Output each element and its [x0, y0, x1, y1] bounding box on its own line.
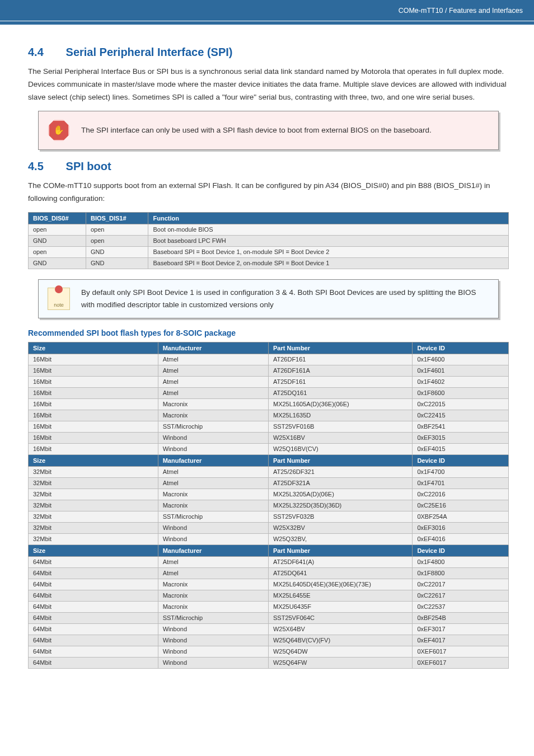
table-row: 32MbitSST/MicrochipSST25VF032B0XBF254A [29, 511, 509, 522]
flash-header: Device ID [413, 454, 509, 466]
table-row: 64MbitSST/MicrochipSST25VF064C0xBF254B [29, 612, 509, 623]
flash-subheading: Recommended SPI boot flash types for 8-S… [28, 328, 509, 337]
table-cell: 0xC22015 [413, 398, 509, 410]
table-cell: 32Mbit [29, 533, 158, 544]
table-cell: AT25DQ161 [268, 387, 412, 398]
flash-header: Size [29, 342, 158, 354]
flash-header: Part Number [268, 454, 412, 466]
table-row: 64MbitWinbondW25Q64FW0XEF6017 [29, 657, 509, 668]
table-row: 16MbitWinbondW25Q16BV(CV)0xEF4015 [29, 443, 509, 454]
cfg-header: BIOS_DIS0# [29, 212, 86, 224]
table-cell: 64Mbit [29, 612, 158, 623]
table-cell: 0x1F4700 [413, 466, 509, 477]
flash-header: Part Number [268, 342, 412, 354]
table-row: 16MbitWinbondW25X16BV0xEF3015 [29, 432, 509, 443]
table-row: 32MbitAtmelAT25/26DF3210x1F4700 [29, 466, 509, 477]
table-cell: 0xC22017 [413, 579, 509, 590]
table-row: 32MbitMacronixMX25L3205A(D)(06E)0xC22016 [29, 489, 509, 500]
section-4-5-heading: 4.5 SPI boot [28, 160, 509, 173]
section-4-4-para: The Serial Peripheral Interface Bus or S… [28, 65, 509, 104]
table-cell: SST/Microchip [158, 612, 268, 623]
table-cell: Boot on-module BIOS [148, 224, 509, 235]
flash-header: Device ID [413, 544, 509, 556]
table-cell: 0x1F4600 [413, 354, 509, 365]
table-cell: 16Mbit [29, 432, 158, 443]
flash-header: Manufacturer [158, 454, 268, 466]
header-bar: COMe-mTT10 / Features and Interfaces [0, 0, 534, 21]
warning-text: The SPI interface can only be used with … [81, 124, 432, 137]
flash-table: SizeManufacturerPart NumberDevice ID16Mb… [28, 342, 509, 669]
table-cell: Atmel [158, 556, 268, 567]
table-cell: SST/Microchip [158, 511, 268, 522]
table-cell: W25X64BV [268, 623, 412, 635]
table-cell: Winbond [158, 443, 268, 454]
table-cell: 64Mbit [29, 646, 158, 657]
table-cell: MX25U6435F [268, 601, 412, 612]
table-cell: 16Mbit [29, 398, 158, 410]
table-cell: Winbond [158, 623, 268, 635]
table-cell: AT26DF161A [268, 365, 412, 376]
table-cell: W25Q64BV(CV)(FV) [268, 635, 412, 646]
page-content: 4.4 Serial Peripheral Interface (SPI) Th… [0, 25, 534, 684]
table-row: 16MbitAtmelAT26DF161A0x1F4601 [29, 365, 509, 376]
table-cell: Atmel [158, 387, 268, 398]
section-4-5-para: The COMe-mTT10 supports boot from an ext… [28, 180, 509, 205]
table-cell: Winbond [158, 635, 268, 646]
table-cell: 0xEF3017 [413, 623, 509, 635]
flash-table-wrap: SizeManufacturerPart NumberDevice ID16Mb… [28, 342, 509, 669]
table-cell: MX25L3225D(35D)(36D) [268, 500, 412, 511]
table-row: 16MbitAtmelAT25DQ1610x1F8600 [29, 387, 509, 398]
config-table: BIOS_DIS0# BIOS_DIS1# Function openopenB… [28, 212, 509, 269]
table-cell: Baseboard SPI = Boot Device 1, on-module… [148, 246, 509, 257]
table-cell: W25Q32BV, [268, 533, 412, 544]
table-cell: 0XEF6017 [413, 657, 509, 668]
table-cell: Winbond [158, 522, 268, 533]
table-cell: 16Mbit [29, 410, 158, 421]
table-cell: 0XEF6017 [413, 646, 509, 657]
table-cell: 0xEF3016 [413, 522, 509, 533]
breadcrumb: COMe-mTT10 / Features and Interfaces [399, 7, 523, 15]
table-cell: 32Mbit [29, 477, 158, 489]
table-cell: 64Mbit [29, 556, 158, 567]
table-cell: GND [29, 235, 86, 246]
table-cell: 0xC22016 [413, 489, 509, 500]
table-cell: 64Mbit [29, 579, 158, 590]
table-cell: open [29, 224, 86, 235]
table-cell: MX25L1635D [268, 410, 412, 421]
table-row: 32MbitWinbondW25Q32BV,0xEF4016 [29, 533, 509, 544]
table-cell: Atmel [158, 365, 268, 376]
table-cell: Macronix [158, 489, 268, 500]
table-cell: 32Mbit [29, 489, 158, 500]
warning-callout: The SPI interface can only be used with … [38, 111, 499, 150]
table-row: 16MbitAtmelAT25DF1610x1F4602 [29, 376, 509, 387]
table-cell: W25Q16BV(CV) [268, 443, 412, 454]
flash-header: Part Number [268, 544, 412, 556]
table-cell: 16Mbit [29, 443, 158, 454]
table-cell: open [86, 224, 148, 235]
table-cell: 0xEF4016 [413, 533, 509, 544]
table-cell: AT25DQ641 [268, 567, 412, 579]
table-cell: SST25VF016B [268, 421, 412, 432]
flash-header: Size [29, 454, 158, 466]
table-row: 32MbitMacronixMX25L3225D(35D)(36D)0xC25E… [29, 500, 509, 511]
table-row: 64MbitMacronixMX25U6435F0xC22537 [29, 601, 509, 612]
table-cell: 0XBF254A [413, 511, 509, 522]
flash-header: Manufacturer [158, 342, 268, 354]
section-title: Serial Peripheral Interface (SPI) [66, 46, 233, 58]
table-cell: 0x1F8600 [413, 387, 509, 398]
table-cell: 0x1F8800 [413, 567, 509, 579]
table-cell: GND [86, 257, 148, 269]
table-cell: AT25/26DF321 [268, 466, 412, 477]
table-cell: 0x1F4701 [413, 477, 509, 489]
flash-header: Device ID [413, 342, 509, 354]
table-cell: 0xC22617 [413, 590, 509, 601]
table-cell: 0xEF4017 [413, 635, 509, 646]
table-cell: 0xBF2541 [413, 421, 509, 432]
table-cell: Macronix [158, 579, 268, 590]
table-cell: 0x1F4800 [413, 556, 509, 567]
table-cell: 64Mbit [29, 567, 158, 579]
table-cell: 0xC22537 [413, 601, 509, 612]
table-cell: 64Mbit [29, 657, 158, 668]
table-row: openGNDBaseboard SPI = Boot Device 1, on… [29, 246, 509, 257]
table-row: 16MbitAtmelAT26DF1610x1F4600 [29, 354, 509, 365]
